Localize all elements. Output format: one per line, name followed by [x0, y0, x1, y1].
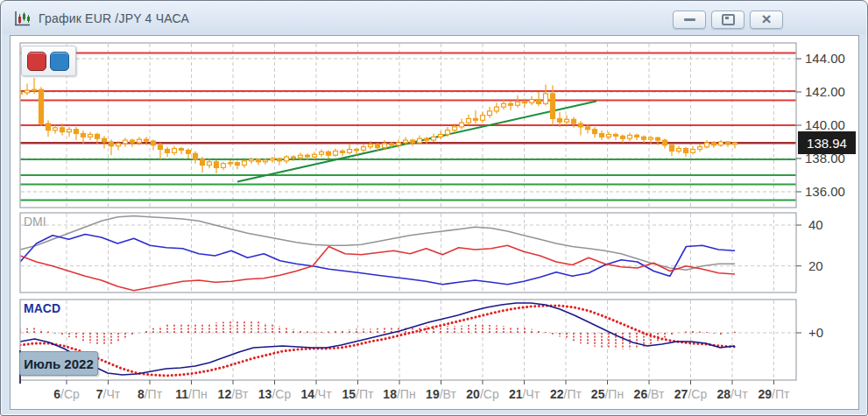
macd-panel-label: MACD	[24, 301, 60, 315]
current-price-badge: 138.94	[798, 131, 856, 154]
price-axis-label: 144.00	[805, 51, 859, 66]
price-axis-label: 142.00	[805, 84, 859, 99]
price-axis-label: 140.00	[805, 117, 859, 132]
blue-tool-button[interactable]	[50, 52, 69, 71]
dmi-axis-label: 40	[808, 217, 843, 232]
chart-toolbar	[21, 46, 76, 76]
dmi-panel-label: DMI	[24, 215, 46, 229]
price-axis-label: 136.00	[805, 184, 859, 199]
red-tool-button[interactable]	[27, 52, 46, 71]
chart-canvas[interactable]	[1, 1, 868, 416]
time-axis-label: 29/Пт	[748, 387, 801, 401]
chart-window: График EUR /JPY 4 ЧАСА × DMI MACD Июль 2…	[0, 0, 868, 416]
month-label: Июль 2022	[19, 351, 98, 376]
macd-zero-label: +0	[808, 325, 843, 340]
dmi-axis-label: 20	[808, 258, 843, 273]
